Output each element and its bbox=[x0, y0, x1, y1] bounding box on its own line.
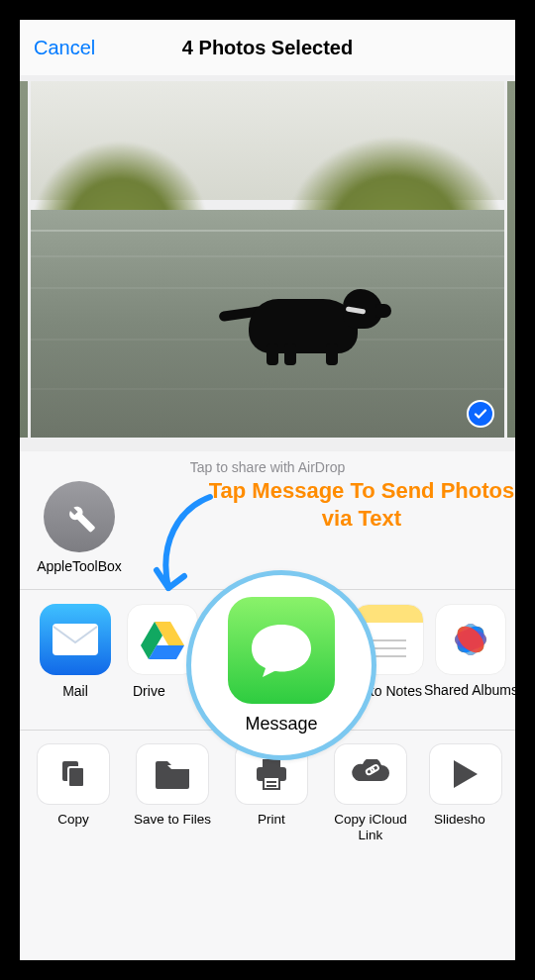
svg-marker-24 bbox=[454, 760, 478, 788]
action-label: Copy iCloud Link bbox=[321, 812, 420, 842]
action-copy[interactable]: Copy bbox=[24, 744, 123, 828]
action-label: Save to Files bbox=[123, 812, 222, 828]
photo-subject-dog bbox=[239, 274, 387, 368]
message-label: Message bbox=[245, 714, 317, 735]
folder-icon bbox=[137, 744, 208, 804]
cancel-button[interactable]: Cancel bbox=[34, 37, 95, 59]
airdrop-contact-label: AppleToolBox bbox=[30, 558, 129, 574]
app-label: Drive bbox=[127, 683, 198, 699]
action-copy-icloud-link[interactable]: Copy iCloud Link bbox=[321, 744, 420, 842]
app-label: Mail bbox=[24, 683, 127, 699]
copy-icon bbox=[38, 744, 109, 804]
selected-check-icon[interactable] bbox=[467, 400, 494, 428]
next-photo-edge[interactable] bbox=[507, 81, 515, 438]
action-label: Slidesho bbox=[420, 812, 511, 828]
share-app-mail[interactable]: Mail bbox=[24, 604, 127, 699]
airdrop-contact[interactable]: AppleToolBox bbox=[30, 481, 129, 574]
action-slideshow[interactable]: Slidesho bbox=[420, 744, 511, 828]
svg-rect-0 bbox=[53, 624, 98, 655]
svg-rect-17 bbox=[263, 759, 280, 767]
play-icon bbox=[430, 744, 501, 804]
device-frame: Cancel 4 Photos Selected bbox=[0, 0, 535, 980]
action-save-to-files[interactable]: Save to Files bbox=[123, 744, 222, 828]
app-label: Shared Albums bbox=[424, 683, 515, 698]
message-highlight[interactable]: Message bbox=[186, 570, 376, 760]
svg-rect-16 bbox=[68, 767, 84, 787]
wrench-icon bbox=[44, 481, 115, 552]
action-label: Copy bbox=[24, 812, 123, 828]
screen: Cancel 4 Photos Selected bbox=[20, 20, 515, 960]
selected-photo[interactable] bbox=[31, 81, 504, 438]
mail-icon bbox=[40, 604, 111, 675]
message-bubble-icon bbox=[228, 597, 335, 704]
share-app-shared-albums[interactable]: Shared Albums bbox=[424, 604, 515, 698]
action-label: Print bbox=[222, 812, 321, 828]
prev-photo-edge[interactable] bbox=[20, 81, 28, 438]
photo-preview-strip[interactable] bbox=[20, 75, 515, 451]
page-title: 4 Photos Selected bbox=[182, 37, 353, 59]
cloud-link-icon bbox=[335, 744, 406, 804]
photos-icon bbox=[435, 604, 506, 675]
annotation-callout: Tap Message To Send Photos via Text bbox=[208, 477, 515, 532]
share-sheet-header: Cancel 4 Photos Selected bbox=[20, 20, 515, 75]
